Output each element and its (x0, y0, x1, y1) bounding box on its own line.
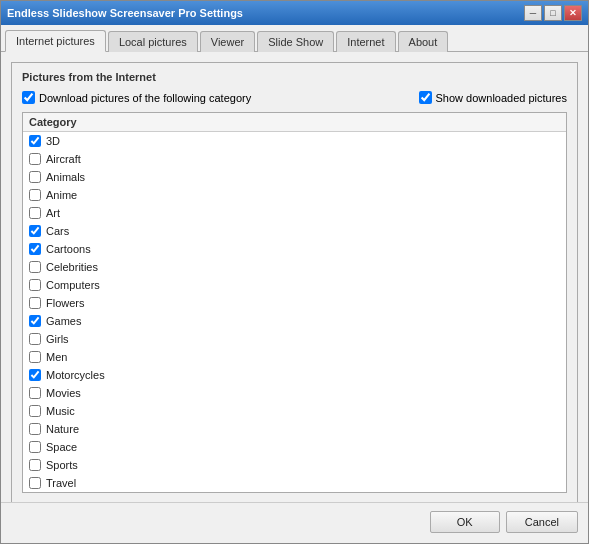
category-label: Anime (46, 189, 77, 201)
dialog-footer: OK Cancel (1, 502, 588, 543)
pictures-group: Pictures from the Internet Download pict… (11, 62, 578, 502)
tab-slide-show[interactable]: Slide Show (257, 31, 334, 52)
list-item: Computers (23, 276, 566, 294)
group-title: Pictures from the Internet (22, 71, 567, 83)
tabs-bar: Internet pictures Local pictures Viewer … (1, 25, 588, 52)
list-item: Travel (23, 474, 566, 492)
category-label: Cartoons (46, 243, 91, 255)
main-window: Endless Slideshow Screensaver Pro Settin… (0, 0, 589, 544)
list-body[interactable]: 3DAircraftAnimalsAnimeArtCarsCartoonsCel… (23, 132, 566, 492)
list-item: Cars (23, 222, 566, 240)
cancel-button[interactable]: Cancel (506, 511, 578, 533)
category-checkbox[interactable] (29, 423, 41, 435)
category-label: Celebrities (46, 261, 98, 273)
category-label: Sports (46, 459, 78, 471)
category-label: Computers (46, 279, 100, 291)
list-item: Games (23, 312, 566, 330)
list-item: Art (23, 204, 566, 222)
category-label: Aircraft (46, 153, 81, 165)
minimize-button[interactable]: ─ (524, 5, 542, 21)
category-checkbox[interactable] (29, 261, 41, 273)
list-item: Girls (23, 330, 566, 348)
title-bar: Endless Slideshow Screensaver Pro Settin… (1, 1, 588, 25)
close-button[interactable]: ✕ (564, 5, 582, 21)
category-checkbox[interactable] (29, 153, 41, 165)
list-item: Space (23, 438, 566, 456)
list-item: Anime (23, 186, 566, 204)
category-checkbox[interactable] (29, 369, 41, 381)
category-label: Men (46, 351, 67, 363)
category-checkbox[interactable] (29, 297, 41, 309)
tab-internet[interactable]: Internet (336, 31, 395, 52)
category-checkbox[interactable] (29, 189, 41, 201)
download-option[interactable]: Download pictures of the following categ… (22, 91, 251, 104)
category-checkbox[interactable] (29, 351, 41, 363)
category-label: 3D (46, 135, 60, 147)
list-item: Animals (23, 168, 566, 186)
category-checkbox[interactable] (29, 225, 41, 237)
category-checkbox[interactable] (29, 477, 41, 489)
top-options: Download pictures of the following categ… (22, 91, 567, 104)
category-checkbox[interactable] (29, 207, 41, 219)
list-item: Motorcycles (23, 366, 566, 384)
show-checkbox[interactable] (419, 91, 432, 104)
category-checkbox[interactable] (29, 315, 41, 327)
category-label: Art (46, 207, 60, 219)
category-label: Movies (46, 387, 81, 399)
category-checkbox[interactable] (29, 441, 41, 453)
category-checkbox[interactable] (29, 405, 41, 417)
category-label: Motorcycles (46, 369, 105, 381)
download-label: Download pictures of the following categ… (39, 92, 251, 104)
tab-content: Pictures from the Internet Download pict… (1, 52, 588, 502)
category-checkbox[interactable] (29, 387, 41, 399)
list-item: Music (23, 402, 566, 420)
show-label: Show downloaded pictures (436, 92, 567, 104)
category-checkbox[interactable] (29, 279, 41, 291)
download-checkbox[interactable] (22, 91, 35, 104)
list-header: Category (23, 113, 566, 132)
show-option[interactable]: Show downloaded pictures (419, 91, 567, 104)
category-label: Music (46, 405, 75, 417)
list-item: Cartoons (23, 240, 566, 258)
list-item: Flowers (23, 294, 566, 312)
list-item: 3D (23, 132, 566, 150)
category-label: Nature (46, 423, 79, 435)
category-checkbox[interactable] (29, 135, 41, 147)
tab-local-pictures[interactable]: Local pictures (108, 31, 198, 52)
category-label: Cars (46, 225, 69, 237)
category-checkbox[interactable] (29, 243, 41, 255)
list-item: Movies (23, 384, 566, 402)
list-item: Aircraft (23, 150, 566, 168)
tab-viewer[interactable]: Viewer (200, 31, 255, 52)
category-label: Space (46, 441, 77, 453)
category-label: Games (46, 315, 81, 327)
tab-internet-pictures[interactable]: Internet pictures (5, 30, 106, 52)
tab-about[interactable]: About (398, 31, 449, 52)
maximize-button[interactable]: □ (544, 5, 562, 21)
list-item: Nature (23, 420, 566, 438)
category-label: Travel (46, 477, 76, 489)
category-label: Animals (46, 171, 85, 183)
title-bar-buttons: ─ □ ✕ (524, 5, 582, 21)
list-item: Celebrities (23, 258, 566, 276)
category-checkbox[interactable] (29, 459, 41, 471)
category-checkbox[interactable] (29, 171, 41, 183)
category-label: Girls (46, 333, 69, 345)
category-checkbox[interactable] (29, 333, 41, 345)
category-label: Flowers (46, 297, 85, 309)
ok-button[interactable]: OK (430, 511, 500, 533)
list-item: Men (23, 348, 566, 366)
window-title: Endless Slideshow Screensaver Pro Settin… (7, 7, 243, 19)
category-list: Category 3DAircraftAnimalsAnimeArtCarsCa… (22, 112, 567, 493)
list-item: Sports (23, 456, 566, 474)
